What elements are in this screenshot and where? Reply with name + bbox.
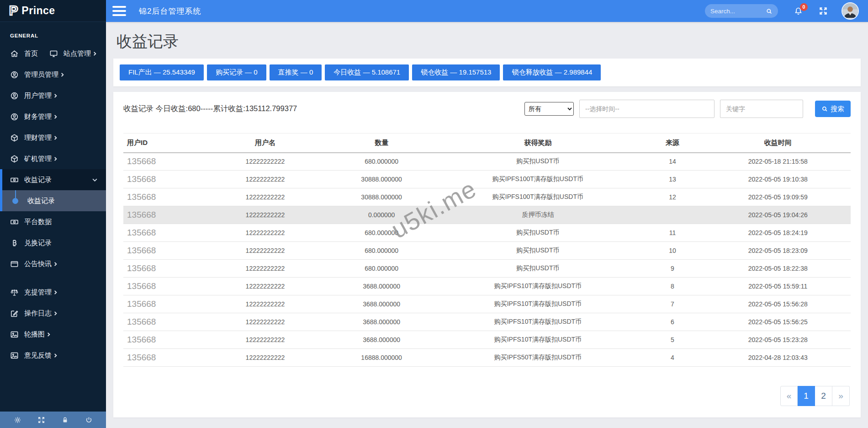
column-header: 用户ID xyxy=(123,134,203,153)
search-icon[interactable] xyxy=(766,8,773,15)
pagination-prev-button[interactable]: « xyxy=(780,386,798,406)
sidebar-item-label: 充提管理 xyxy=(24,288,52,297)
fullscreen-icon[interactable] xyxy=(819,6,828,16)
pagination-page-button[interactable]: 2 xyxy=(815,386,832,406)
sidebar-item-deposit[interactable]: 充提管理 xyxy=(0,282,106,303)
search-input[interactable] xyxy=(710,8,766,15)
lock-icon[interactable] xyxy=(61,416,69,424)
window-icon xyxy=(10,260,19,268)
sidebar-item-platform[interactable]: 平台数据 xyxy=(0,211,106,232)
brand-logo: P Prince xyxy=(0,0,106,22)
image-icon xyxy=(10,330,19,339)
sidebar-item-label: 收益记录 xyxy=(24,176,52,184)
table-cell: 135668 xyxy=(123,295,203,313)
date-range-input[interactable] xyxy=(579,100,715,118)
sidebar-item-home[interactable]: 首页 xyxy=(0,43,49,64)
table-cell: 2022-05-18 21:15:58 xyxy=(705,153,851,171)
table-cell: 680.000000 xyxy=(327,260,436,278)
table-cell: 12222222222 xyxy=(203,206,327,224)
chevron-right-icon xyxy=(53,114,58,119)
stat-button[interactable]: 锁仓释放收益 — 2.989844 xyxy=(503,64,601,80)
sidebar-item-notice[interactable]: 公告快讯 xyxy=(0,253,106,274)
sidebar-item-label: 财务管理 xyxy=(24,112,52,121)
stat-button[interactable]: 锁仓收益 — 19.157513 xyxy=(412,64,500,80)
table-cell: 购买扣USDT币 xyxy=(436,242,640,260)
expand-icon[interactable] xyxy=(37,416,45,424)
sidebar-item-admin[interactable]: 管理员管理 xyxy=(0,64,106,85)
search-button[interactable]: 搜索 xyxy=(815,101,851,117)
sidebar-item-exchange[interactable]: 兑换记录 xyxy=(0,232,106,253)
app-window: P Prince GENERAL 首页 站点管理 管理员管理 用户管理 xyxy=(0,0,868,428)
stat-button[interactable]: 购买记录 — 0 xyxy=(207,64,266,80)
table-cell: 12222222222 xyxy=(203,242,327,260)
table-cell: 135668 xyxy=(123,224,203,242)
table-row: 135668122222222223688.000000购买IPFS10T满存版… xyxy=(123,295,851,313)
sidebar-item-label: 首页 xyxy=(24,49,38,58)
sidebar-subitem-income[interactable]: 收益记录 xyxy=(2,190,106,211)
table-cell: 30888.000000 xyxy=(327,188,436,206)
table-row: 13566812222222222680.000000购买扣USDT币11202… xyxy=(123,224,851,242)
table-cell: 购买IPFS50T满存版扣USDT币 xyxy=(436,349,640,367)
notifications-button[interactable]: 0 xyxy=(794,6,803,16)
table-cell: 12222222222 xyxy=(203,331,327,349)
table-cell: 3688.000000 xyxy=(327,313,436,331)
table-cell: 135668 xyxy=(123,188,203,206)
table-cell: 11 xyxy=(640,224,705,242)
search-icon xyxy=(821,106,828,112)
table-cell: 2022-05-05 15:59:11 xyxy=(705,278,851,295)
sidebar-item-carousel[interactable]: 轮播图 xyxy=(0,324,106,345)
table-cell: 2022-05-05 18:23:09 xyxy=(705,242,851,260)
money-bill-icon xyxy=(10,176,19,184)
table-cell: 5 xyxy=(640,331,705,349)
keyword-input[interactable] xyxy=(720,100,803,118)
table-row: 135668122222222220.000000质押币冻结2022-05-05… xyxy=(123,206,851,224)
page-content: 收益记录 FIL产出 — 25.543349购买记录 — 0直推奖 — 0今日收… xyxy=(106,22,868,428)
pagination: «12» xyxy=(123,386,851,406)
table-row: 1356681222222222230888.000000购买IPFS100T满… xyxy=(123,188,851,206)
sidebar-item-income[interactable]: 收益记录 xyxy=(2,169,106,190)
table-row: 13566812222222222680.000000购买扣USDT币14202… xyxy=(123,153,851,171)
table-row: 1356681222222222216888.000000购买IPFS50T满存… xyxy=(123,349,851,367)
sidebar-item-logs[interactable]: 操作日志 xyxy=(0,303,106,324)
hamburger-menu-icon[interactable] xyxy=(112,4,127,18)
stat-button[interactable]: 今日收益 — 5.108671 xyxy=(325,64,409,80)
sidebar-item-miner[interactable]: 矿机管理 xyxy=(0,148,106,169)
table-cell: 12222222222 xyxy=(203,295,327,313)
sidebar-item-finance[interactable]: 财务管理 xyxy=(0,106,106,127)
stat-button[interactable]: FIL产出 — 25.543349 xyxy=(120,64,204,80)
table-cell: 3688.000000 xyxy=(327,331,436,349)
column-header: 数量 xyxy=(327,134,436,153)
pagination-page-button[interactable]: 1 xyxy=(798,386,815,406)
table-cell: 2022-05-05 18:24:19 xyxy=(705,224,851,242)
stats-panel: FIL产出 — 25.543349购买记录 — 0直推奖 — 0今日收益 — 5… xyxy=(113,59,861,86)
table-cell: 135668 xyxy=(123,206,203,224)
gear-icon[interactable] xyxy=(14,416,21,424)
sidebar-item-user[interactable]: 用户管理 xyxy=(0,85,106,106)
power-icon[interactable] xyxy=(85,416,93,424)
table-cell: 135668 xyxy=(123,260,203,278)
sidebar-item-site[interactable]: 站点管理 xyxy=(49,43,97,64)
table-cell: 8 xyxy=(640,278,705,295)
table-body: 13566812222222222680.000000购买扣USDT币14202… xyxy=(123,153,851,367)
table-cell: 质押币冻结 xyxy=(436,206,640,224)
sidebar-item-wealth[interactable]: 理财管理 xyxy=(0,127,106,148)
table-cell: 购买IPFS100T满存版扣USDT币 xyxy=(436,188,640,206)
sidebar-item-feedback[interactable]: 意见反馈 xyxy=(0,345,106,366)
search-button-label: 搜索 xyxy=(831,105,844,113)
brand-name: Prince xyxy=(21,5,55,17)
stat-button[interactable]: 直推奖 — 0 xyxy=(270,64,322,80)
user-avatar[interactable] xyxy=(842,2,859,20)
column-header: 来源 xyxy=(640,134,705,153)
type-select[interactable]: 所有 xyxy=(524,102,574,116)
table-cell: 135668 xyxy=(123,171,203,188)
bitcoin-icon xyxy=(10,239,19,247)
table-cell: 3688.000000 xyxy=(327,295,436,313)
table-cell: 135668 xyxy=(123,331,203,349)
table-cell: 12222222222 xyxy=(203,188,327,206)
sidebar-item-label: 站点管理 xyxy=(64,49,91,58)
table-cell: 7 xyxy=(640,295,705,313)
table-cell: 12222222222 xyxy=(203,171,327,188)
table-cell: 0.000000 xyxy=(327,206,436,224)
sidebar: P Prince GENERAL 首页 站点管理 管理员管理 用户管理 xyxy=(0,0,106,428)
pagination-next-button[interactable]: » xyxy=(832,386,850,406)
